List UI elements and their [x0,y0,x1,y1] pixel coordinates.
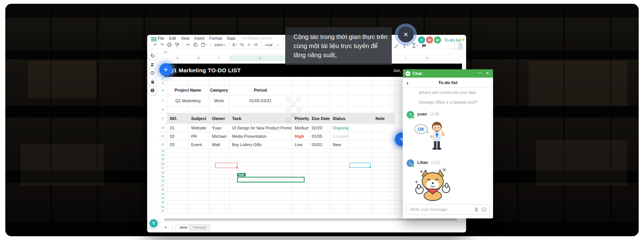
emoji-icon[interactable] [482,207,487,212]
horizontal-scrollbar[interactable] [164,218,457,221]
tooltip-line: tăng năng suất, [294,50,392,59]
undo-icon[interactable]: ↶ [154,43,157,47]
add-button-left[interactable]: + [159,63,172,76]
project-name-label: Project Name [167,85,209,95]
column-header[interactable]: A [167,55,188,61]
minimize-icon[interactable]: — [478,70,482,75]
task-desc: Buy Lottery Gifts [229,140,292,148]
task-no: 02 [167,132,188,140]
chat-conversation-header: ‹ To-do list [403,78,493,88]
zoom-select[interactable]: 100%▾ [214,43,225,47]
chat-window-title: Chat [413,71,422,76]
sender-name: yuan [417,112,427,116]
task-due: 02/20 [309,124,330,132]
task-priority: Low [292,140,309,148]
chat-input[interactable] [406,204,490,215]
cut-icon[interactable]: ✂ [186,43,190,47]
edit-pen-icon[interactable] [394,44,399,48]
task-desc: UI Design for New Product Promotion [229,124,292,132]
chat-history-line: Synology Office is a fantastic tool!!! [403,100,493,104]
menu-item[interactable]: Format [209,36,222,41]
attach-file-icon[interactable] [474,207,479,212]
background-window-glow [536,140,627,185]
message-input[interactable] [406,207,474,212]
paste-icon[interactable]: ▾ [201,43,207,47]
close-icon[interactable]: ✕ [398,26,414,42]
period-value: 01/05-03/31 [229,95,292,106]
back-icon[interactable]: ‹ [407,80,408,86]
close-icon[interactable]: ✕ [486,71,489,76]
lock-icon[interactable] [148,77,157,86]
increase-decimal-icon[interactable]: .00 [253,43,258,47]
ok-businessman-sticker: OK [413,118,453,158]
watermark-pixel [291,102,296,107]
watermark-pixel [296,118,302,123]
decrease-decimal-icon[interactable]: .0 [247,43,250,47]
add-sheet-icon[interactable]: + [164,224,167,230]
chat-bubble-icon [405,71,410,76]
sum-functions-icon[interactable]: Σ▾ [412,43,418,49]
print-icon[interactable] [167,43,171,47]
task-no: 01 [167,124,188,132]
feature-tooltip: Cộng tác trong thời gian thực trên cùng … [285,27,392,65]
column-header[interactable]: K [416,55,438,61]
info-icon[interactable] [148,86,157,95]
column-header[interactable]: C [209,55,229,61]
chat-titlebar[interactable]: Chat — ✕ [403,69,493,78]
share-user-icon[interactable] [148,60,157,69]
menu-item[interactable]: File [158,36,164,41]
collaborator-avatar[interactable]: Y [418,36,425,44]
avatar: Y [407,111,414,118]
tooltip-line: cùng một tài liệu trực tuyến để [294,41,392,50]
collaborator-avatars: YMM [418,36,441,44]
task-owner: Matt [209,140,229,148]
paint-format-icon[interactable] [175,43,179,47]
col-due-date: Due Date [309,113,330,123]
tour-close-button[interactable]: ✕ [395,23,417,45]
font-select[interactable]: Arial▾ [265,43,279,47]
watermark-pixel [286,118,291,123]
task-due: 03/01 [309,140,330,148]
chat-window: Chat — ✕ ‹ To-do list privacy and contro… [403,69,493,218]
percent-format-icon[interactable]: % [240,43,244,47]
background-window-glow [529,61,627,106]
copy-icon[interactable] [193,43,198,47]
favorite-star-icon[interactable]: ★ [461,37,465,42]
task-subject: PR [188,132,209,140]
column-header[interactable]: D [229,55,292,61]
sender-name: Lilian [417,160,428,165]
collaborator-cell-cursor-teal [349,163,371,168]
tag-icon[interactable] [148,51,157,60]
marketing-screenshot: File Edit View Insert Format Data All ch… [0,0,644,240]
col-subject: Subject [188,113,209,123]
message-time: 13:52 [431,161,440,165]
history-icon[interactable] [148,69,157,78]
collaborator-avatar[interactable]: M [434,36,441,44]
sheet-tab-bar: + ⋮ Work Personal [147,222,466,232]
column-header[interactable]: J [394,55,416,61]
presence-avatar: Y [149,218,159,228]
task-subject: Event [188,140,209,148]
task-desc: Media Presentation [229,132,292,140]
currency-format-icon[interactable]: $▾ [232,43,237,47]
sheet-menu-icon[interactable]: ⋮ [171,225,174,229]
menu-item[interactable]: Insert [195,36,204,41]
fx-label: fx [164,50,167,54]
column-header[interactable]: B [188,55,209,61]
menu-item[interactable]: Edit [169,36,176,41]
document-name[interactable]: To-do list [444,38,461,42]
col-owner: Owner [209,113,229,123]
menu-item[interactable]: View [181,36,190,41]
select-all-corner[interactable] [159,55,167,61]
menu-item[interactable]: Data [227,36,235,41]
redo-icon[interactable]: ↷ [160,43,164,47]
period-label: Period [229,85,292,95]
menu-bar: File Edit View Insert Format Data All ch… [158,35,271,41]
tab-personal[interactable]: Personal [189,224,210,231]
selection-owner-tag: Yuan [237,173,246,176]
task-status: Ongoing [330,124,349,132]
project-name-value: Q1 Marketing [167,95,209,106]
toolbar: ↶ ↷ ✂ ▾ 100%▾ $▾ [154,41,290,48]
collaborator-avatar[interactable]: M [426,36,433,44]
comment-icon[interactable] [422,44,426,48]
